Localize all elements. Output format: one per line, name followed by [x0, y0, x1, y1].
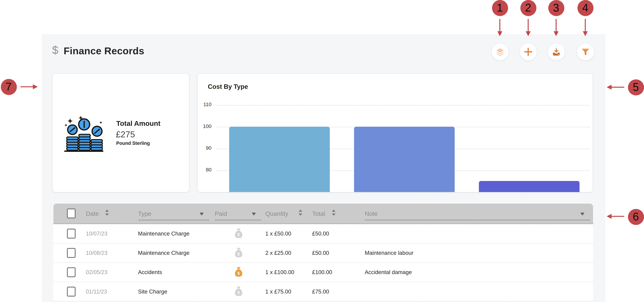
table-row[interactable]: 10/07/23 Maintenance Charge $ 1 x £50.00… — [53, 224, 593, 243]
annotation-arrow-6 — [606, 213, 624, 219]
cell-total: £50.00 — [312, 250, 329, 256]
svg-text:$: $ — [238, 290, 240, 295]
column-header-total[interactable]: Total — [312, 210, 325, 217]
summary-card: Total Amount £275 Pound Sterling — [52, 73, 189, 193]
annotation-marker-2: 2 — [520, 0, 536, 16]
cell-type: Maintenance Charge — [138, 230, 190, 237]
cell-date: 01/11/23 — [86, 288, 107, 295]
cell-total: £75.00 — [312, 288, 329, 295]
row-checkbox[interactable] — [67, 267, 76, 277]
cell-total: £50.00 — [312, 230, 329, 237]
gridline-110 — [217, 105, 590, 105]
annotation-arrow-4 — [582, 19, 588, 36]
summary-currency: Pound Sterling — [116, 141, 150, 145]
money-bag-icon: $ — [234, 286, 243, 297]
sort-icon[interactable] — [298, 209, 302, 218]
finance-table: Date Type Paid Quantity Total Note — [53, 204, 593, 301]
summary-title: Total Amount — [116, 120, 160, 128]
cell-type: Site Charge — [138, 288, 167, 295]
column-header-paid[interactable]: Paid — [215, 210, 227, 217]
add-icon — [523, 47, 533, 57]
cell-quantity: 1 x £75.00 — [265, 288, 291, 295]
cell-date: 10/08/23 — [86, 250, 108, 256]
filter-icon — [580, 47, 590, 57]
cell-type: Accidents — [138, 269, 162, 275]
cell-quantity: 1 x £100.00 — [265, 269, 294, 275]
column-header-note[interactable]: Note — [365, 210, 378, 217]
chevron-down-icon[interactable] — [200, 213, 204, 216]
summary-amount: £275 — [116, 129, 135, 139]
annotation-arrow-1 — [497, 19, 503, 36]
dollar-icon: $ — [52, 44, 58, 57]
column-header-date[interactable]: Date — [86, 210, 99, 217]
row-checkbox[interactable] — [67, 286, 76, 296]
y-tick-label: 110 — [198, 101, 212, 107]
annotation-arrow-2 — [525, 19, 531, 36]
bar-chart: 1101009080 — [198, 74, 593, 192]
table-row[interactable]: 10/08/23 Maintenance Charge $ 2 x £25.00… — [53, 243, 593, 263]
table-row[interactable]: 01/11/23 Site Charge $ 1 x £75.00 £75.00 — [53, 282, 593, 301]
sort-icon[interactable] — [105, 209, 109, 218]
y-tick-label: 90 — [198, 145, 212, 151]
cell-note: Accidental damage — [365, 269, 412, 275]
annotation-marker-1: 1 — [492, 0, 508, 16]
cell-date: 02/05/23 — [86, 269, 108, 275]
cell-total: £100.00 — [312, 269, 332, 275]
table-body: 10/07/23 Maintenance Charge $ 1 x £50.00… — [53, 224, 593, 301]
cell-type: Maintenance Charge — [138, 250, 190, 256]
y-tick-label: 80 — [198, 167, 212, 173]
coins-icon — [64, 116, 104, 155]
layers-icon — [495, 47, 504, 57]
chevron-down-icon[interactable] — [252, 213, 256, 216]
download-icon — [552, 47, 561, 57]
type-filter-underline — [138, 220, 210, 221]
annotation-marker-4: 4 — [577, 0, 593, 16]
row-checkbox[interactable] — [67, 248, 76, 258]
annotation-marker-7: 7 — [0, 79, 16, 95]
column-header-type[interactable]: Type — [138, 210, 151, 217]
row-checkbox[interactable] — [67, 229, 76, 239]
svg-text:$: $ — [238, 232, 240, 237]
cell-date: 10/07/23 — [86, 230, 108, 237]
bar-maintenance-charge — [229, 126, 330, 192]
sort-icon[interactable] — [332, 209, 336, 218]
cell-quantity: 1 x £50.00 — [265, 230, 291, 237]
svg-text:$: $ — [238, 252, 240, 256]
annotation-arrow-5 — [606, 84, 624, 90]
money-bag-icon: $ — [234, 228, 243, 239]
cell-quantity: 2 x £25.00 — [265, 250, 291, 256]
annotation-marker-5: 5 — [628, 79, 644, 95]
paid-filter-underline — [215, 220, 261, 221]
bar-site-charge — [479, 181, 579, 192]
svg-text:$: $ — [238, 271, 240, 275]
chart-card: Cost By Type 1101009080 — [197, 73, 593, 193]
money-bag-icon: $ — [234, 267, 243, 278]
select-all-checkbox[interactable] — [67, 209, 76, 219]
annotation-marker-6: 6 — [628, 209, 644, 225]
chart-title: Cost By Type — [208, 83, 248, 90]
table-row[interactable]: 02/05/23 Accidents $ 1 x £100.00 £100.00… — [53, 263, 593, 282]
column-header-quantity[interactable]: Quantity — [265, 210, 288, 217]
bar-accidents — [354, 126, 454, 192]
cell-note: Maintenance labour — [365, 250, 414, 256]
annotation-arrow-3 — [553, 19, 559, 36]
annotation-arrow-7 — [20, 84, 38, 90]
money-bag-icon: $ — [234, 247, 243, 258]
screenshot-root: $ Finance Records — [0, 0, 644, 302]
y-tick-label: 100 — [198, 123, 212, 129]
table-header: Date Type Paid Quantity Total Note — [53, 204, 593, 224]
page-title: Finance Records — [64, 45, 144, 57]
note-filter-underline — [365, 220, 590, 221]
chevron-down-icon[interactable] — [580, 213, 584, 216]
annotation-marker-3: 3 — [548, 0, 564, 16]
